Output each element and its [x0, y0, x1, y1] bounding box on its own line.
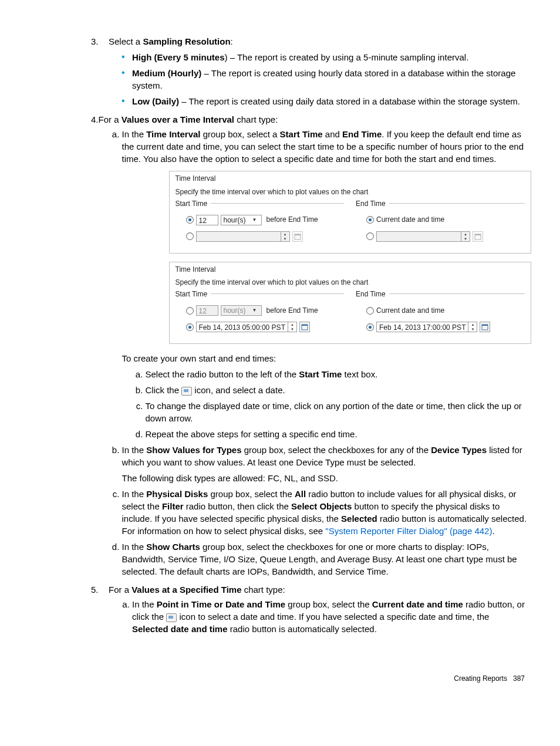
text-bold: Physical Disks	[146, 489, 208, 499]
text-bold: End Time	[342, 129, 382, 139]
text-bold: Select Objects	[291, 501, 355, 511]
list-marker: 5.	[91, 583, 109, 639]
current-label: Current date and time	[376, 215, 444, 225]
text: The following disk types are allowed: FC…	[122, 472, 531, 484]
list-item: In the Time Interval group box, select a…	[122, 128, 531, 440]
svg-rect-1	[295, 234, 301, 235]
start-datetime-spinner[interactable]: ▲▼	[196, 231, 290, 242]
end-current-radio[interactable]	[366, 307, 374, 315]
list-item: In the Show Values for Types group box, …	[122, 444, 531, 484]
text: For a	[99, 114, 122, 124]
start-datetime-spinner[interactable]: Feb 14, 2013 05:00:00 PST▲▼	[196, 322, 297, 332]
bullet-item: Low (Daily) – The report is created usin…	[132, 95, 525, 107]
calendar-icon[interactable]	[473, 231, 483, 242]
page-footer: Creating Reports 387	[91, 674, 525, 684]
text: icon, and select a date.	[192, 385, 285, 395]
text-bold: Start Time	[280, 129, 323, 139]
end-specific-radio[interactable]	[366, 232, 374, 240]
calendar-icon[interactable]	[299, 322, 310, 332]
text-bold: Show Values for Types	[146, 445, 241, 455]
text: ) – The report is created by using a 5-m…	[225, 52, 469, 62]
text: group box, select the	[208, 489, 295, 499]
svg-rect-3	[475, 234, 481, 235]
text: In the	[122, 542, 147, 552]
calendar-icon	[181, 387, 192, 396]
footer-section: Creating Reports	[454, 674, 507, 683]
list-marker: 3.	[91, 35, 109, 111]
text: – The report is created using daily data…	[179, 96, 520, 106]
start-specific-radio[interactable]	[186, 323, 194, 331]
text: and	[323, 129, 342, 139]
calendar-icon	[166, 613, 177, 622]
text-bold: Device Types	[431, 445, 487, 455]
start-relative-radio[interactable]	[186, 216, 194, 224]
text-bold: Selected	[341, 514, 377, 524]
text-bold: Current date and time	[372, 599, 463, 609]
bullet-item: High (Every 5 minutes) – The report is c…	[132, 51, 525, 63]
text: group box, select the checkboxes for any…	[242, 445, 431, 455]
bullet-item: Medium (Hourly) – The report is created …	[132, 67, 525, 92]
text-bold: High (Every 5 minutes	[132, 52, 225, 62]
text: Click the	[146, 385, 182, 395]
text-bold: All	[295, 489, 306, 499]
panel-desc: Specify the time interval over which to …	[170, 185, 531, 203]
current-label: Current date and time	[376, 306, 444, 316]
end-datetime-spinner[interactable]: Feb 14, 2013 17:00:00 PST▲▼	[376, 322, 477, 332]
text: In the	[122, 129, 147, 139]
text: Select a	[109, 36, 143, 46]
text-bold: Values over a Time Interval	[122, 114, 234, 124]
panel-title: Time Interval	[170, 174, 531, 185]
calendar-icon[interactable]	[480, 322, 490, 332]
text-bold: Selected date and time	[132, 624, 228, 634]
hours-input[interactable]: 12	[196, 305, 218, 316]
text: chart type:	[242, 585, 285, 595]
before-label: before End Time	[264, 215, 318, 225]
text-bold: Start Time	[299, 369, 342, 379]
text: Select the radio button to the left of t…	[146, 369, 299, 379]
footer-page: 387	[513, 674, 525, 683]
text: In the	[122, 445, 147, 455]
text: group box, select the	[285, 599, 372, 609]
text-bold: Sampling Resolution	[143, 36, 230, 46]
filter-dialog-link[interactable]: "System Reporter Filter Dialog" (page 44…	[325, 526, 492, 536]
start-time-legend: Start Time	[176, 199, 211, 209]
end-specific-radio[interactable]	[366, 323, 374, 331]
text-bold: Low (Daily)	[132, 96, 179, 106]
text: group box, select a	[200, 129, 279, 139]
end-time-legend: End Time	[356, 199, 389, 209]
unit-label: hour(s)	[221, 305, 248, 316]
text-bold: Filter	[162, 501, 184, 511]
end-datetime-value: Feb 14, 2013 17:00:00 PST	[377, 322, 468, 332]
unit-select[interactable]: hour(s)▼	[221, 215, 262, 225]
text: In the	[132, 599, 157, 609]
start-datetime-value: Feb 14, 2013 05:00:00 PST	[197, 322, 288, 332]
panel-desc: Specify the time interval over which to …	[170, 275, 531, 293]
start-specific-radio[interactable]	[186, 232, 194, 240]
text: In the	[122, 489, 147, 499]
text: chart type:	[234, 114, 278, 124]
text-bold: Time Interval	[146, 129, 200, 139]
text-bold: Values at a Specified Time	[131, 585, 241, 595]
hours-input[interactable]: 12	[196, 215, 218, 225]
start-relative-radio[interactable]	[186, 307, 194, 315]
start-time-legend: Start Time	[176, 289, 211, 299]
text: text box.	[342, 369, 377, 379]
text-bold: Medium (Hourly)	[132, 68, 201, 78]
chevron-down-icon: ▼	[248, 305, 261, 316]
end-datetime-spinner[interactable]: ▲▼	[376, 231, 470, 242]
before-label: before End Time	[264, 306, 318, 316]
list-item: Select the radio button to the left of t…	[146, 368, 531, 380]
list-item: In the Point in Time or Date and Time gr…	[132, 598, 525, 635]
list-item: To change the displayed date or time, cl…	[146, 400, 531, 424]
text-bold: Point in Time or Date and Time	[157, 599, 286, 609]
text: radio button, then click the	[184, 501, 291, 511]
calendar-icon[interactable]	[292, 231, 303, 242]
unit-select[interactable]: hour(s)▼	[221, 305, 262, 316]
end-time-legend: End Time	[356, 289, 389, 299]
chevron-down-icon: ▼	[248, 215, 261, 225]
text: :	[231, 36, 233, 46]
text: icon to select a date and time. If you h…	[177, 612, 489, 622]
list-item: In the Physical Disks group box, select …	[122, 488, 531, 537]
unit-label: hour(s)	[221, 215, 248, 225]
end-current-radio[interactable]	[366, 216, 374, 224]
